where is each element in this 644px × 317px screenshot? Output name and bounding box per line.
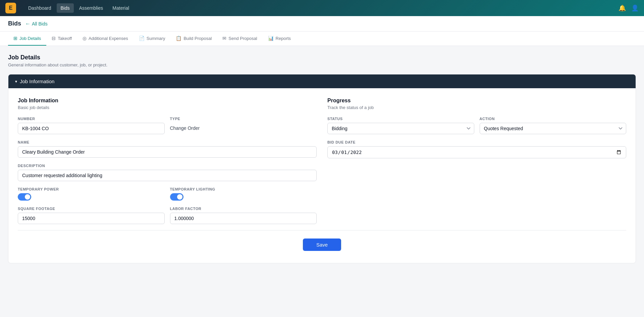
tab-reports-icon: 📊 [268,36,274,41]
left-column: Job Information Basic job details NUMBER… [18,98,317,230]
job-information-card: ▾ Job Information Job Information Basic … [8,74,636,263]
type-value: Change Order [170,123,317,134]
description-label: DESCRIPTION [18,164,317,168]
section-title: Job Details [8,54,636,61]
description-input[interactable] [18,170,317,181]
tab-build-proposal-label: Build Proposal [183,36,212,41]
tab-build-proposal[interactable]: 📋 Build Proposal [170,32,217,46]
type-label: TYPE [170,117,317,121]
tab-reports-label: Reports [276,36,291,41]
square-footage-group: SQUARE FOOTAGE [18,207,165,224]
labor-factor-label: LABOR FACTOR [170,207,317,211]
temp-lighting-group: TEMPORARY LIGHTING [170,187,317,201]
bid-due-date-input[interactable] [327,146,626,158]
nav-link-material[interactable]: Material [108,3,133,13]
collapse-icon: ▾ [15,79,17,84]
back-arrow-icon: ← [25,21,31,27]
tab-send-proposal-icon: ✉ [222,36,226,41]
action-group: ACTION Quotes Requested In Progress Comp… [480,117,627,134]
action-label: ACTION [480,117,627,121]
nav-link-bids[interactable]: Bids [57,3,74,13]
back-link-label: All Bids [32,21,48,27]
tab-takeoff[interactable]: ⊟ Takeoff [46,32,77,46]
square-footage-label: SQUARE FOOTAGE [18,207,165,211]
toggles-row: TEMPORARY POWER TEMPORARY LIGHTING [18,187,317,207]
tab-summary[interactable]: 📄 Summary [133,32,171,46]
tabs-bar: ⊞ Job Details ⊟ Takeoff ◎ Additional Exp… [0,32,644,46]
number-type-row: NUMBER TYPE Change Order [18,117,317,140]
temp-power-label: TEMPORARY POWER [18,187,165,191]
tab-additional-expenses-icon: ◎ [83,36,87,41]
status-label: STATUS [327,117,474,121]
save-button-wrap: Save [18,230,626,254]
app-logo[interactable]: E [5,3,16,13]
nav-link-dashboard[interactable]: Dashboard [24,3,55,13]
user-icon[interactable]: 👤 [631,4,639,12]
nav-links: Dashboard Bids Assemblies Material [24,3,610,13]
name-label: NAME [18,140,317,144]
form-two-col: Job Information Basic job details NUMBER… [18,98,626,230]
back-link[interactable]: ← All Bids [25,21,48,27]
nav-icons: 🔔 👤 [619,4,639,12]
page-content: Job Details General information about cu… [0,46,644,271]
tab-additional-expenses[interactable]: ◎ Additional Expenses [77,32,133,46]
square-footage-input[interactable] [18,213,165,224]
bid-due-date-label: BID DUE DATE [327,140,626,144]
tab-job-details-icon: ⊞ [13,36,17,41]
tab-additional-expenses-label: Additional Expenses [89,36,128,41]
temp-power-slider [18,193,31,201]
temp-lighting-toggle-wrap [170,193,317,201]
tab-summary-label: Summary [147,36,165,41]
page-title: Bids [8,20,21,27]
tab-summary-icon: 📄 [139,36,145,41]
tab-takeoff-label: Takeoff [58,36,72,41]
temp-power-toggle[interactable] [18,193,31,201]
save-button[interactable]: Save [303,239,341,251]
card-header[interactable]: ▾ Job Information [8,74,636,88]
bid-due-date-group: BID DUE DATE [327,140,626,158]
tab-send-proposal[interactable]: ✉ Send Proposal [217,32,262,46]
tab-job-details[interactable]: ⊞ Job Details [8,32,46,46]
card-body: Job Information Basic job details NUMBER… [8,88,636,263]
page-header: Bids ← All Bids [0,16,644,32]
tab-send-proposal-label: Send Proposal [228,36,257,41]
temp-power-toggle-wrap [18,193,165,201]
type-field-group: TYPE Change Order [170,117,317,134]
description-field-group: DESCRIPTION [18,164,317,181]
tab-build-proposal-icon: 📋 [176,36,181,41]
temp-lighting-label: TEMPORARY LIGHTING [170,187,317,191]
right-column: Progress Track the status of a job STATU… [327,98,626,230]
number-field-group: NUMBER [18,117,165,134]
right-col-title: Progress [327,98,626,104]
labor-factor-group: LABOR FACTOR [170,207,317,224]
section-subtitle: General information about customer, job,… [8,62,636,67]
action-select[interactable]: Quotes Requested In Progress Completed [480,123,627,134]
tab-takeoff-icon: ⊟ [52,36,56,41]
number-label: NUMBER [18,117,165,121]
sqft-labor-row: SQUARE FOOTAGE LABOR FACTOR [18,207,317,230]
name-field-group: NAME [18,140,317,158]
tab-reports[interactable]: 📊 Reports [263,32,297,46]
right-col-subtitle: Track the status of a job [327,105,626,110]
nav-link-assemblies[interactable]: Assemblies [75,3,107,13]
tab-job-details-label: Job Details [19,36,41,41]
card-header-title: Job Information [20,78,54,84]
temp-lighting-toggle[interactable] [170,193,183,201]
status-group: STATUS Bidding Won Lost Pending [327,117,474,134]
status-action-row: STATUS Bidding Won Lost Pending ACTION [327,117,626,140]
bell-icon[interactable]: 🔔 [619,4,626,12]
number-input[interactable] [18,123,165,134]
left-col-title: Job Information [18,98,317,104]
name-input[interactable] [18,146,317,158]
status-select[interactable]: Bidding Won Lost Pending [327,123,474,134]
temp-lighting-slider [170,193,183,201]
labor-factor-input[interactable] [170,213,317,224]
top-navigation: E Dashboard Bids Assemblies Material 🔔 👤 [0,0,644,16]
temp-power-group: TEMPORARY POWER [18,187,165,201]
left-col-subtitle: Basic job details [18,105,317,110]
